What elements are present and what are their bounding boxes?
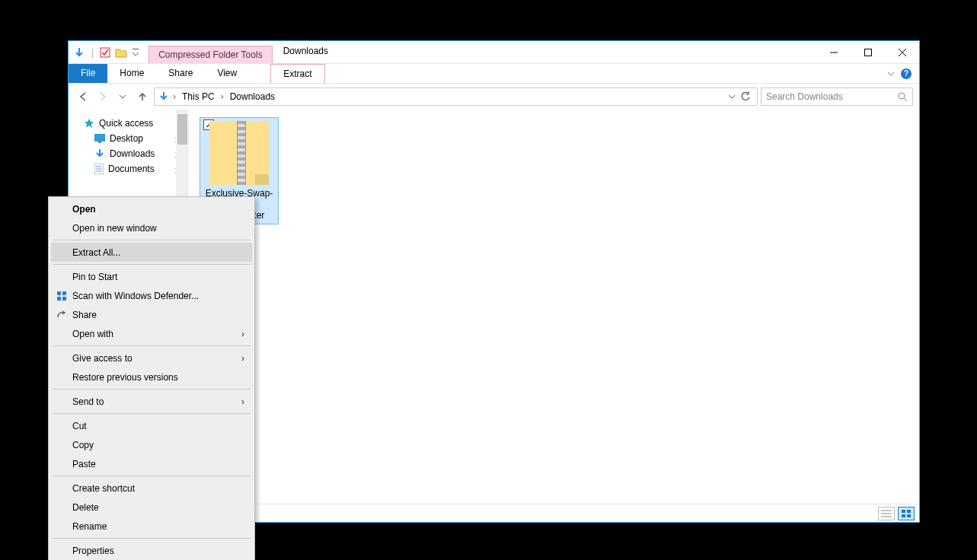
view-tab[interactable]: View: [205, 64, 249, 83]
share-tab[interactable]: Share: [156, 64, 205, 83]
chevron-right-icon: ›: [241, 329, 244, 339]
ctx-extract-all[interactable]: Extract All...: [51, 243, 252, 262]
help-icon[interactable]: ?: [901, 68, 912, 79]
chevron-right-icon[interactable]: ›: [221, 91, 224, 102]
app-icon: [73, 46, 85, 59]
recent-locations-button[interactable]: [114, 88, 131, 105]
svg-rect-1: [133, 49, 139, 49]
chevron-right-icon[interactable]: ›: [173, 91, 176, 102]
titlebar: | Compressed Folder Tools Downloads: [69, 41, 919, 64]
properties-qat-icon[interactable]: [100, 47, 110, 58]
icons-view-button[interactable]: [898, 507, 915, 520]
separator: [53, 538, 251, 539]
ctx-copy[interactable]: Copy: [51, 435, 252, 454]
search-box[interactable]: [761, 88, 913, 106]
sidebar-item-label: Quick access: [99, 118, 153, 129]
ctx-paste[interactable]: Paste: [51, 454, 252, 473]
sidebar-item-label: Downloads: [110, 148, 155, 159]
breadcrumb-downloads[interactable]: Downloads: [227, 91, 278, 102]
svg-rect-8: [94, 134, 105, 142]
ribbon: File Home Share View Extract ?: [69, 64, 919, 84]
zip-folder-icon: [209, 121, 269, 185]
svg-rect-23: [57, 297, 61, 301]
downloads-icon: [158, 91, 170, 103]
svg-rect-18: [907, 510, 911, 513]
documents-icon: [94, 164, 104, 174]
separator: [53, 345, 251, 346]
sidebar-item-downloads[interactable]: Downloads 📌: [69, 146, 189, 161]
ctx-delete[interactable]: Delete: [51, 498, 252, 517]
search-icon[interactable]: [897, 91, 908, 102]
sidebar-item-label: Documents: [108, 164, 155, 174]
window-buttons: [816, 41, 919, 63]
details-view-button[interactable]: [878, 507, 895, 520]
context-menu: Open Open in new window Extract All... P…: [48, 196, 255, 560]
svg-rect-20: [907, 514, 911, 517]
refresh-icon[interactable]: [740, 91, 751, 102]
ctx-open-new-window[interactable]: Open in new window: [51, 218, 252, 237]
search-input[interactable]: [766, 91, 897, 102]
quick-access-toolbar: |: [69, 41, 144, 63]
chevron-right-icon: ›: [241, 396, 244, 407]
separator: [53, 413, 251, 414]
chevron-right-icon: ›: [241, 353, 244, 364]
sidebar-quick-access[interactable]: Quick access: [69, 116, 189, 131]
svg-rect-19: [902, 514, 905, 517]
svg-rect-0: [101, 48, 110, 57]
ribbon-collapse-icon[interactable]: [887, 70, 895, 78]
sidebar-item-desktop[interactable]: Desktop 📌: [69, 131, 189, 146]
svg-point-6: [899, 93, 905, 99]
up-button[interactable]: [134, 88, 151, 105]
contextual-tabset: Compressed Folder Tools: [148, 41, 273, 63]
compressed-folder-tools-tab[interactable]: Compressed Folder Tools: [148, 46, 273, 63]
ctx-open-with[interactable]: Open with ›: [51, 324, 252, 343]
downloads-icon: [94, 148, 105, 159]
breadcrumb-this-pc[interactable]: This PC: [179, 91, 218, 102]
share-icon: [56, 309, 68, 321]
sidebar-item-documents[interactable]: Documents 📌: [69, 161, 189, 177]
svg-rect-22: [62, 291, 66, 295]
desktop-icon: [94, 134, 105, 143]
svg-rect-21: [57, 291, 61, 295]
svg-rect-9: [98, 142, 101, 143]
ctx-give-access-to[interactable]: Give access to ›: [51, 348, 252, 368]
address-dropdown-icon[interactable]: [728, 93, 736, 100]
defender-icon: [56, 290, 68, 302]
window-title: Downloads: [273, 41, 339, 63]
separator: [53, 476, 251, 476]
address-bar[interactable]: › This PC › Downloads: [154, 88, 758, 106]
chevron-down-icon[interactable]: [132, 47, 139, 58]
ctx-scan-defender[interactable]: Scan with Windows Defender...: [51, 286, 252, 305]
home-tab[interactable]: Home: [107, 64, 156, 83]
separator: |: [91, 47, 94, 58]
svg-rect-24: [62, 297, 66, 301]
separator: [53, 389, 251, 390]
extract-tab[interactable]: Extract: [270, 64, 324, 83]
close-button[interactable]: [885, 41, 919, 63]
svg-rect-3: [864, 49, 871, 56]
maximize-button[interactable]: [851, 41, 885, 63]
navigation-row: › This PC › Downloads: [69, 84, 919, 110]
separator: [53, 264, 251, 265]
ctx-send-to[interactable]: Send to ›: [51, 392, 252, 411]
ctx-share[interactable]: Share: [51, 305, 252, 324]
minimize-button[interactable]: [816, 41, 851, 63]
sidebar-item-label: Desktop: [110, 133, 143, 144]
ctx-properties[interactable]: Properties: [51, 541, 252, 560]
ctx-cut[interactable]: Cut: [51, 416, 252, 435]
ctx-restore-versions[interactable]: Restore previous versions: [51, 368, 252, 387]
scroll-thumb[interactable]: [177, 114, 187, 145]
back-button[interactable]: [75, 88, 91, 105]
ctx-open[interactable]: Open: [51, 199, 252, 218]
folder-qat-icon[interactable]: [115, 47, 127, 58]
separator: [53, 240, 251, 240]
file-tab[interactable]: File: [69, 64, 107, 83]
forward-button[interactable]: [94, 88, 111, 105]
svg-line-7: [904, 98, 907, 101]
ctx-create-shortcut[interactable]: Create shortcut: [51, 479, 252, 498]
ctx-pin-to-start[interactable]: Pin to Start: [51, 267, 252, 286]
svg-rect-17: [902, 510, 905, 513]
star-icon: [84, 118, 94, 129]
content-pane[interactable]: ✓ Exclusive-Swap-W idget-master: [189, 110, 919, 504]
ctx-rename[interactable]: Rename: [51, 517, 252, 536]
